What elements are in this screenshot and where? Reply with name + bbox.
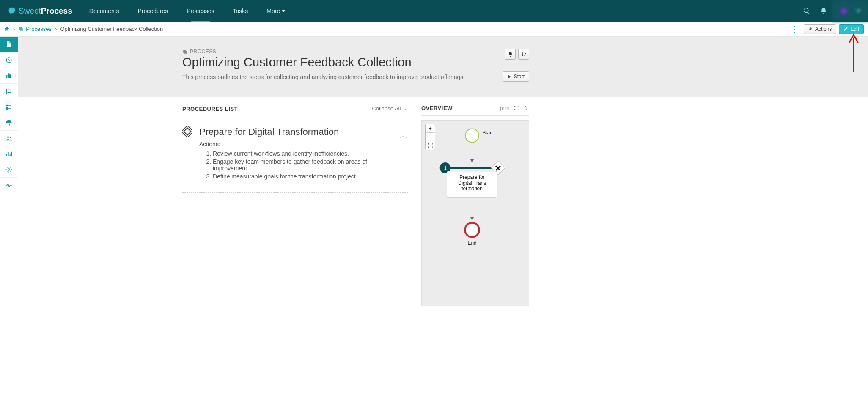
nav-items: Documents Procedures Processes Tasks Mor… <box>80 0 295 22</box>
top-nav: SweetProcess Documents Procedures Proces… <box>0 0 868 22</box>
procedure-actions-label: Actions: <box>199 141 393 148</box>
nav-procedures[interactable]: Procedures <box>129 0 178 22</box>
flow-end-label: End <box>467 240 476 246</box>
procedures-column: PROCEDURES LIST Collapse All ︿ Prepare f… <box>182 105 408 306</box>
overview-controls: print <box>500 105 529 111</box>
flowchart-svg: Start 1 ✕ Prepare for Digital Trans form… <box>422 121 529 306</box>
brand-icon <box>8 7 16 15</box>
process-kicker: PROCESS <box>182 49 529 55</box>
procedure-collapse-button[interactable]: ︿ <box>399 130 408 141</box>
breadcrumb-separator: › <box>13 26 15 32</box>
search-button[interactable] <box>798 0 815 22</box>
notifications-button[interactable] <box>815 0 832 22</box>
search-icon <box>803 7 810 15</box>
procedure-body: Prepare for Digital Transformation Actio… <box>199 126 393 180</box>
edit-button[interactable]: Edit <box>839 24 864 34</box>
rail-reports[interactable] <box>0 146 18 162</box>
brand-text-sweet: Sweet <box>19 6 41 15</box>
more-options-button[interactable]: ⋮ <box>788 23 801 36</box>
rail-team[interactable] <box>0 131 18 146</box>
rail-risk[interactable] <box>0 115 18 131</box>
sort-button[interactable] <box>518 49 529 60</box>
svg-point-6 <box>465 129 479 143</box>
nav-documents-label: Documents <box>89 8 119 14</box>
users-icon <box>5 135 12 142</box>
umbrella-icon <box>5 119 12 126</box>
home-icon <box>4 26 10 32</box>
overview-column: OVERVIEW print + − ⛶ <box>421 105 529 306</box>
edit-icon <box>843 27 848 31</box>
kicker-label: PROCESS <box>190 49 216 55</box>
rail-tasks[interactable] <box>0 99 18 115</box>
gear-icon <box>5 166 12 173</box>
edit-button-label: Edit <box>850 26 859 32</box>
print-button[interactable]: print <box>500 105 510 111</box>
procedure-item: Prepare for Digital Transformation Actio… <box>182 126 408 193</box>
bell-icon <box>820 7 827 15</box>
main-layout: PROCESS Optimizing Customer Feedback Col… <box>0 37 868 417</box>
procedure-step: Define measurable goals for the transfor… <box>213 173 393 180</box>
pulse-icon <box>5 182 12 189</box>
nav-procedures-label: Procedures <box>138 8 168 14</box>
left-rail <box>0 37 18 417</box>
chevron-down-icon <box>282 10 286 12</box>
rail-comments[interactable] <box>0 84 18 99</box>
bar-chart-icon <box>5 151 12 157</box>
expand-icon[interactable] <box>514 105 519 111</box>
rail-history[interactable] <box>0 52 18 68</box>
rail-approve[interactable] <box>0 68 18 84</box>
procedure-title: Prepare for Digital Transformation <box>199 126 393 137</box>
breadcrumb-processes-label: Processes <box>26 26 52 32</box>
user-menu[interactable]: ​​​​​​​​​​​​​​ <box>832 0 868 22</box>
avatar-icon <box>840 7 848 15</box>
nav-processes[interactable]: Processes <box>177 0 223 22</box>
chat-icon <box>5 88 12 95</box>
rail-activity[interactable] <box>0 178 18 193</box>
stack-icon <box>182 49 188 55</box>
play-icon <box>507 74 512 79</box>
decision-icon <box>182 126 192 180</box>
svg-point-17 <box>465 223 479 237</box>
page-title: Optimizing Customer Feedback Collection <box>182 55 529 69</box>
start-button[interactable]: Start <box>503 71 529 82</box>
chevron-up-icon: ︿ <box>402 105 408 112</box>
svg-rect-4 <box>184 128 191 135</box>
start-button-label: Start <box>514 74 525 80</box>
nav-more-label: More <box>266 8 280 14</box>
nav-tasks-label: Tasks <box>233 8 248 14</box>
breadcrumb-home[interactable] <box>4 26 10 32</box>
clock-icon <box>5 57 12 63</box>
thumbs-up-icon <box>5 72 12 79</box>
svg-text:Prepare for: Prepare for <box>459 174 485 180</box>
actions-button[interactable]: Actions <box>804 24 836 34</box>
breadcrumb-processes[interactable]: Processes <box>18 26 52 32</box>
svg-point-2 <box>10 137 11 138</box>
chevron-down-icon <box>857 10 860 12</box>
procedures-list-header: PROCEDURES LIST Collapse All ︿ <box>182 105 408 117</box>
nav-tasks[interactable]: Tasks <box>224 0 258 22</box>
collapse-all-button[interactable]: Collapse All ︿ <box>372 105 408 112</box>
svg-point-1 <box>7 136 9 138</box>
brand-logo[interactable]: SweetProcess <box>0 6 80 16</box>
overview-title: OVERVIEW <box>421 105 453 111</box>
chevron-right-icon[interactable] <box>524 105 529 111</box>
nav-more[interactable]: More <box>257 0 295 22</box>
process-header-panel: PROCESS Optimizing Customer Feedback Col… <box>18 37 868 97</box>
breadcrumb-current: Optimizing Customer Feedback Collection <box>60 26 163 32</box>
file-icon <box>5 41 12 48</box>
stack-icon <box>18 26 24 32</box>
rail-content[interactable] <box>0 37 18 52</box>
flow-step-number: 1 <box>444 165 447 171</box>
nav-documents[interactable]: Documents <box>80 0 129 22</box>
header-right-controls <box>505 49 529 60</box>
procedures-list-title: PROCEDURES LIST <box>182 106 238 112</box>
brand-text-process: Process <box>41 6 72 15</box>
overview-header: OVERVIEW print <box>421 105 529 116</box>
subscribe-button[interactable] <box>505 49 516 60</box>
breadcrumb-separator: › <box>55 26 57 32</box>
breadcrumb-bar: › Processes › Optimizing Customer Feedba… <box>0 22 868 37</box>
bell-icon <box>508 52 513 57</box>
page-description: This process outlines the steps for coll… <box>182 74 529 80</box>
rail-settings[interactable] <box>0 162 18 178</box>
procedure-step: Review current workflows and identify in… <box>213 150 393 157</box>
